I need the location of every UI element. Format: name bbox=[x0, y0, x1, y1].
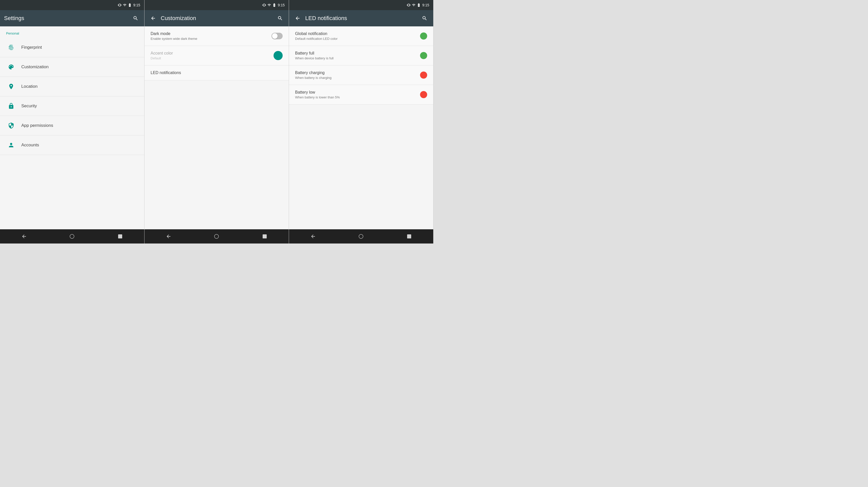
global-notification-subtitle: Default notification LED color bbox=[295, 37, 420, 40]
settings-content: Personal Fingerprint Customization bbox=[0, 26, 144, 229]
app-bar-3: LED notifications bbox=[289, 10, 433, 26]
app-bar-1: Settings bbox=[0, 10, 144, 26]
battery-low-dot bbox=[420, 91, 427, 98]
status-icons-1 bbox=[118, 3, 132, 7]
recents-nav-btn-1[interactable] bbox=[113, 231, 128, 241]
sidebar-item-location[interactable]: Location bbox=[0, 77, 144, 96]
page-title-2: Customization bbox=[161, 15, 276, 22]
battery-full-item[interactable]: Battery full When device battery is full bbox=[289, 46, 433, 65]
search-button-2[interactable] bbox=[276, 14, 285, 23]
accent-color-content: Accent color Default bbox=[151, 51, 274, 60]
security-icon bbox=[6, 101, 16, 111]
page-title-1: Settings bbox=[4, 15, 131, 22]
status-time-3: 9:15 bbox=[422, 3, 429, 7]
vibrate-icon-3 bbox=[407, 3, 411, 7]
battery-low-content: Battery low When battery is lower than 5… bbox=[295, 90, 420, 99]
customization-panel: 9:15 Customization Dark mode Enable syst… bbox=[145, 0, 289, 244]
home-nav-btn-3[interactable] bbox=[353, 231, 369, 241]
accent-color-item[interactable]: Accent color Default bbox=[145, 46, 289, 65]
home-nav-icon-3 bbox=[358, 234, 364, 239]
search-button-3[interactable] bbox=[420, 14, 429, 23]
back-nav-btn-2[interactable] bbox=[161, 231, 176, 241]
customization-content: Dark mode Enable system wide dark theme … bbox=[145, 26, 289, 229]
sidebar-item-customization[interactable]: Customization bbox=[0, 57, 144, 77]
search-icon-3 bbox=[422, 16, 427, 21]
battery-charging-content: Battery charging When battery is chargin… bbox=[295, 70, 420, 80]
settings-panel: 9:15 Settings Personal Fingerprint bbox=[0, 0, 145, 244]
battery-charging-subtitle: When battery is charging bbox=[295, 76, 420, 80]
fingerprint-icon bbox=[6, 42, 16, 53]
home-nav-btn-1[interactable] bbox=[64, 231, 80, 241]
accent-color-subtitle: Default bbox=[151, 56, 274, 60]
svg-point-2 bbox=[214, 234, 219, 239]
global-notification-dot bbox=[420, 32, 427, 39]
status-bar-3: 9:15 bbox=[289, 0, 433, 10]
dark-mode-toggle[interactable] bbox=[272, 33, 283, 39]
status-bar-1: 9:15 bbox=[0, 0, 144, 10]
back-button-3[interactable] bbox=[293, 14, 302, 23]
sidebar-item-accounts[interactable]: Accounts bbox=[0, 136, 144, 155]
vibrate-icon-2 bbox=[262, 3, 266, 7]
battery-charging-item[interactable]: Battery charging When battery is chargin… bbox=[289, 65, 433, 85]
recents-nav-icon-3 bbox=[406, 234, 412, 239]
accounts-icon bbox=[6, 140, 16, 150]
app-bar-2: Customization bbox=[145, 10, 289, 26]
battery-full-content: Battery full When device battery is full bbox=[295, 51, 420, 60]
signal-icon-2 bbox=[267, 3, 271, 7]
recents-nav-btn-2[interactable] bbox=[257, 231, 272, 241]
home-nav-btn-2[interactable] bbox=[209, 231, 224, 241]
search-icon-2 bbox=[277, 16, 283, 21]
status-time-2: 9:15 bbox=[278, 3, 285, 7]
accent-color-circle bbox=[274, 51, 283, 60]
global-notification-item[interactable]: Global notification Default notification… bbox=[289, 26, 433, 46]
sidebar-item-fingerprint[interactable]: Fingerprint bbox=[0, 38, 144, 57]
back-icon-3 bbox=[295, 16, 301, 21]
location-icon bbox=[6, 81, 16, 92]
dark-mode-content: Dark mode Enable system wide dark theme bbox=[151, 31, 272, 40]
global-notification-content: Global notification Default notification… bbox=[295, 31, 420, 40]
back-nav-btn-3[interactable] bbox=[306, 231, 321, 241]
signal-icon-3 bbox=[412, 3, 416, 7]
battery-icon-3 bbox=[417, 3, 421, 7]
status-icons-3 bbox=[407, 3, 421, 7]
recents-nav-icon-1 bbox=[117, 234, 123, 239]
battery-full-title: Battery full bbox=[295, 51, 420, 56]
dark-mode-item[interactable]: Dark mode Enable system wide dark theme bbox=[145, 26, 289, 46]
back-nav-btn-1[interactable] bbox=[17, 231, 32, 241]
svg-rect-1 bbox=[118, 235, 122, 238]
led-notifications-panel: 9:15 LED notifications Global notificati… bbox=[289, 0, 433, 244]
battery-low-item[interactable]: Battery low When battery is lower than 5… bbox=[289, 85, 433, 105]
svg-rect-5 bbox=[407, 235, 411, 238]
search-icon-1 bbox=[133, 16, 138, 21]
back-nav-icon-2 bbox=[166, 234, 172, 239]
sidebar-item-app-permissions[interactable]: App permissions bbox=[0, 116, 144, 136]
back-button-2[interactable] bbox=[149, 14, 158, 23]
status-time-1: 9:15 bbox=[133, 3, 140, 7]
nav-bar-3 bbox=[289, 229, 433, 244]
recents-nav-btn-3[interactable] bbox=[402, 231, 417, 241]
battery-icon-2 bbox=[272, 3, 276, 7]
battery-charging-dot bbox=[420, 71, 427, 79]
svg-point-0 bbox=[70, 234, 74, 239]
dark-mode-subtitle: Enable system wide dark theme bbox=[151, 37, 272, 40]
recents-nav-icon-2 bbox=[262, 234, 268, 239]
back-icon-2 bbox=[150, 16, 156, 21]
status-bar-2: 9:15 bbox=[145, 0, 289, 10]
led-notifications-content: LED notifications bbox=[151, 70, 283, 75]
status-icons-2 bbox=[262, 3, 276, 7]
search-button-1[interactable] bbox=[131, 14, 140, 23]
svg-point-4 bbox=[359, 234, 363, 239]
customization-label: Customization bbox=[21, 64, 49, 69]
global-notification-title: Global notification bbox=[295, 31, 420, 36]
led-notifications-content: Global notification Default notification… bbox=[289, 26, 433, 229]
back-nav-icon-1 bbox=[21, 234, 27, 239]
sidebar-item-security[interactable]: Security bbox=[0, 96, 144, 116]
led-notifications-item[interactable]: LED notifications bbox=[145, 65, 289, 80]
signal-icon bbox=[123, 3, 127, 7]
customization-icon bbox=[6, 62, 16, 72]
toggle-thumb-dark-mode bbox=[272, 33, 278, 39]
nav-bar-1 bbox=[0, 229, 144, 244]
accent-color-title: Accent color bbox=[151, 51, 274, 56]
led-notifications-title: LED notifications bbox=[151, 70, 283, 75]
battery-low-subtitle: When battery is lower than 5% bbox=[295, 95, 420, 99]
